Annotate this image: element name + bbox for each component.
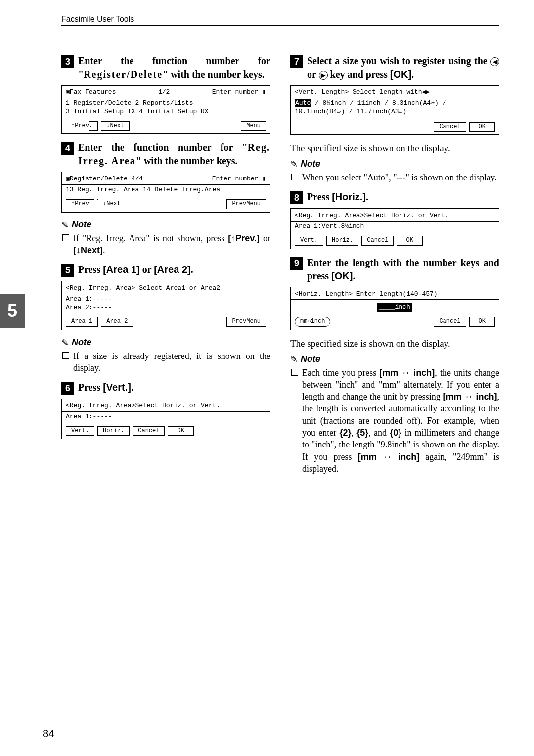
lcd-screen-6: <Reg. Irreg. Area>Select Horiz. or Vert.…: [61, 399, 270, 439]
step-5-text: Press [Area 1] or [Area 2].: [78, 263, 193, 276]
bullet-icon: [62, 352, 69, 359]
lcd-screen-4: ▣Register/Delete 4/4Enter number ▮ 13 Re…: [61, 172, 270, 212]
step-7: 7 Select a size you wish to register usi…: [290, 54, 499, 183]
step-5: 5 Press [Area 1] or [Area 2]. <Reg. Irre…: [61, 263, 270, 374]
left-arrow-icon: ◀: [490, 57, 499, 66]
note-7-body: When you select "Auto", "---" is shown o…: [291, 172, 499, 183]
menu-button[interactable]: Menu: [241, 121, 266, 131]
left-column: 3 Enter the function number for "Registe…: [43, 54, 270, 482]
step-4: 4 Enter the function number for "Reg. Ir…: [61, 141, 270, 256]
lcd-screen-7: <Vert. Length> Select length with◀▶ Auto…: [290, 85, 499, 135]
step-number-6: 6: [61, 382, 74, 395]
step-number-8: 8: [290, 191, 303, 204]
ok-button[interactable]: OK: [469, 317, 495, 327]
step-9-result: The specified size is shown on the displ…: [290, 337, 499, 350]
note-icon: ✎: [61, 337, 69, 348]
area1-button[interactable]: Area 1: [66, 317, 98, 327]
chapter-tab: 5: [0, 294, 25, 328]
next-button[interactable]: ↓Next: [101, 121, 130, 131]
page-number: 84: [43, 727, 54, 740]
step-number-3: 3: [61, 55, 74, 68]
note-icon: ✎: [290, 354, 298, 365]
step-8-text: Press [Horiz.].: [307, 190, 368, 204]
running-header: Facsimile User Tools: [61, 15, 134, 24]
cancel-button[interactable]: Cancel: [434, 122, 466, 132]
prevmenu-button[interactable]: PrevMenu: [226, 199, 266, 209]
ok-button[interactable]: OK: [168, 426, 193, 436]
lcd-screen-3: ▣Fax Features1/2Enter number ▮ 1 Registe…: [61, 85, 270, 134]
step-7-text: Select a size you wish to register using…: [307, 54, 499, 81]
step-number-5: 5: [61, 264, 74, 277]
note-heading: ✎ Note: [61, 220, 270, 230]
note-5-body: If a size is already registered, it is s…: [62, 350, 270, 374]
mm-inch-button[interactable]: mm↔inch: [295, 317, 330, 327]
note-icon: ✎: [290, 159, 298, 170]
step-7-result: The specified size is shown on the displ…: [290, 142, 499, 155]
ok-button[interactable]: OK: [397, 236, 422, 246]
lcd-screen-9: <Horiz. Length> Enter length(140-457) __…: [290, 287, 499, 330]
area2-button[interactable]: Area 2: [101, 317, 133, 327]
cancel-button[interactable]: Cancel: [133, 426, 165, 436]
horiz-button[interactable]: Horiz.: [97, 426, 130, 436]
note-heading: ✎ Note: [290, 159, 499, 170]
note-4-body: If "Reg. Irreg. Area" is not shown, pres…: [62, 232, 270, 257]
cancel-button[interactable]: Cancel: [361, 236, 394, 246]
ok-button[interactable]: OK: [469, 122, 495, 132]
note-heading: ✎ Note: [290, 354, 499, 365]
lcd-screen-8: <Reg. Irreg. Area>Select Horiz. or Vert.…: [290, 208, 499, 249]
right-arrow-icon: ▶: [319, 71, 328, 80]
vert-button[interactable]: Vert.: [295, 236, 323, 246]
cancel-button[interactable]: Cancel: [434, 317, 466, 327]
step-3: 3 Enter the function number for "Registe…: [61, 54, 270, 134]
vert-button[interactable]: Vert.: [66, 426, 94, 436]
lcd-screen-5: <Reg. Irreg. Area> Select Area1 or Area2…: [61, 281, 270, 330]
step-number-9: 9: [290, 257, 303, 270]
note-icon: ✎: [61, 220, 69, 230]
next-button[interactable]: ↓Next: [97, 199, 126, 209]
bullet-icon: [291, 174, 298, 180]
note-heading: ✎ Note: [61, 337, 270, 348]
step-8: 8 Press [Horiz.]. <Reg. Irreg. Area>Sele…: [290, 190, 499, 249]
prev-button[interactable]: ↑Prev.: [66, 121, 98, 131]
bullet-icon: [62, 234, 69, 241]
right-column: 7 Select a size you wish to register usi…: [290, 54, 499, 482]
length-input-field[interactable]: ____inch: [377, 303, 412, 312]
content-columns: 3 Enter the function number for "Registe…: [43, 54, 499, 482]
step-number-7: 7: [290, 55, 303, 68]
header-rule: [61, 25, 499, 26]
prevmenu-button[interactable]: PrevMenu: [226, 317, 266, 327]
step-3-text: Enter the function number for "Register/…: [78, 54, 270, 81]
step-number-4: 4: [61, 142, 74, 155]
step-9-text: Enter the length with the number keys an…: [307, 256, 499, 283]
step-6: 6 Press [Vert.]. <Reg. Irreg. Area>Selec…: [61, 381, 270, 439]
step-9: 9 Enter the length with the number keys …: [290, 256, 499, 475]
prev-button[interactable]: ↑Prev: [66, 199, 94, 209]
bullet-icon: [291, 369, 298, 376]
note-9-body: Each time you press [mm ↔ inch], the uni…: [291, 367, 499, 475]
step-4-text: Enter the function number for "Reg. Irre…: [78, 141, 270, 168]
horiz-button[interactable]: Horiz.: [326, 236, 358, 246]
step-6-text: Press [Vert.].: [78, 381, 134, 394]
